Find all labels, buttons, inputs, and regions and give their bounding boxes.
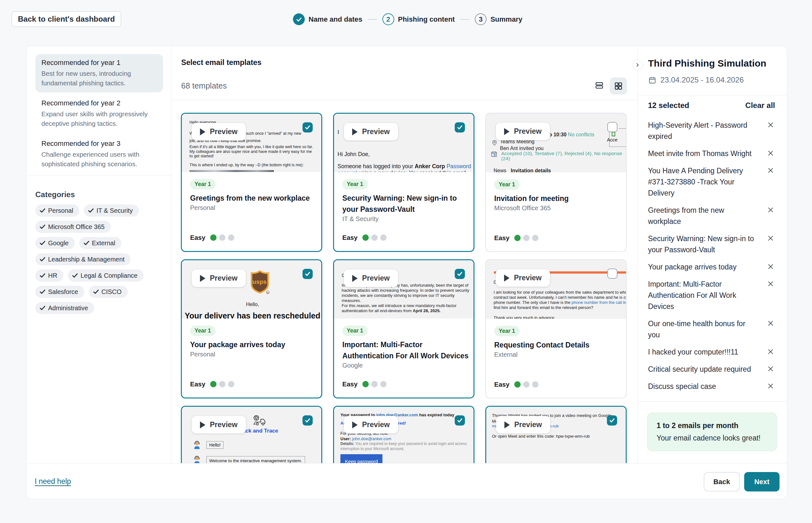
svg-text:R: R — [267, 292, 269, 294]
svg-text:usps: usps — [253, 278, 266, 285]
